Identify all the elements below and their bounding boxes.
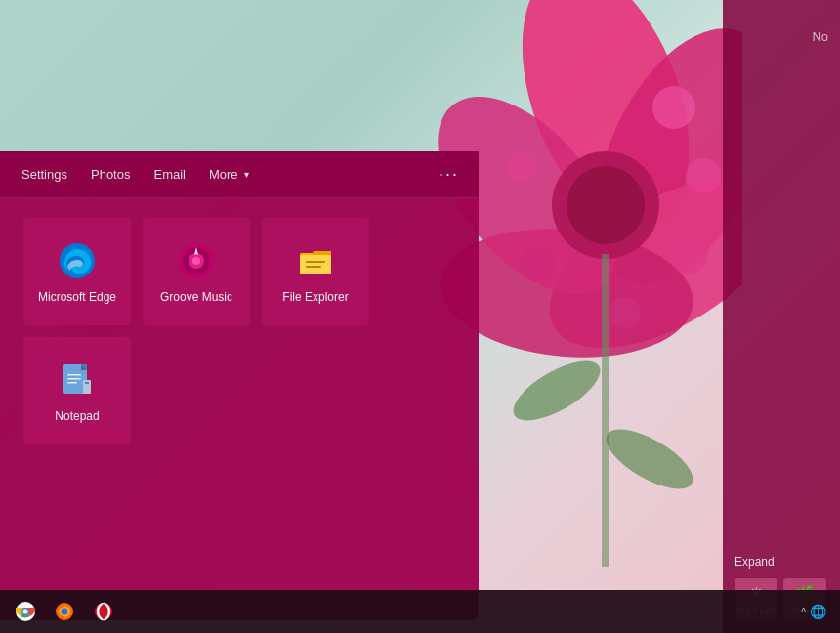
desktop-background: Settings Photos Email More ▾ ··· M — [0, 0, 840, 633]
start-panel: Settings Photos Email More ▾ ··· M — [0, 151, 479, 620]
no-notification-text: No — [812, 29, 828, 44]
svg-rect-24 — [306, 266, 321, 268]
nav-more-dots[interactable]: ··· — [431, 160, 467, 189]
svg-point-42 — [101, 604, 106, 619]
svg-point-36 — [23, 610, 28, 614]
svg-rect-33 — [85, 382, 89, 384]
start-nav: Settings Photos Email More ▾ ··· — [0, 151, 479, 198]
svg-point-7 — [652, 86, 695, 129]
svg-point-6 — [567, 166, 645, 244]
notification-area-top: No — [723, 0, 840, 543]
taskbar: ^ 🌐 — [0, 590, 840, 633]
groove-music-icon — [175, 239, 218, 282]
app-label-groove: Groove Music — [160, 290, 232, 304]
nav-item-email[interactable]: Email — [144, 161, 195, 188]
svg-point-11 — [520, 246, 555, 281]
svg-rect-23 — [306, 261, 325, 263]
taskbar-opera[interactable] — [86, 594, 121, 629]
svg-rect-30 — [67, 378, 81, 380]
edge-icon — [56, 239, 99, 282]
tray-chevron[interactable]: ^ — [801, 607, 806, 617]
system-tray: ^ 🌐 — [795, 604, 832, 619]
svg-point-39 — [62, 609, 68, 615]
app-tile-notepad[interactable]: Notepad — [23, 337, 131, 444]
svg-point-10 — [609, 297, 641, 328]
apps-grid: Microsoft Edge Groove Music — [0, 198, 479, 464]
notepad-icon — [56, 359, 99, 401]
nav-item-more[interactable]: More ▾ — [199, 161, 259, 188]
nav-item-photos[interactable]: Photos — [81, 161, 140, 188]
svg-rect-31 — [67, 382, 77, 384]
taskbar-firefox[interactable] — [47, 594, 82, 629]
app-label-notepad: Notepad — [55, 409, 99, 423]
nav-item-settings[interactable]: Settings — [12, 161, 77, 188]
right-panel: No Expand ☀ Night light 🌿 Screen — [723, 0, 840, 633]
svg-rect-22 — [300, 255, 331, 274]
svg-point-15 — [598, 418, 702, 501]
svg-point-9 — [669, 234, 708, 274]
tray-network-icon: 🌐 — [810, 604, 826, 619]
svg-point-14 — [505, 350, 609, 433]
app-tile-microsoft-edge[interactable]: Microsoft Edge — [23, 218, 131, 325]
svg-point-20 — [192, 257, 200, 265]
app-tile-file-explorer[interactable]: File Explorer — [262, 218, 369, 325]
file-explorer-icon — [294, 239, 337, 282]
app-label-edge: Microsoft Edge — [38, 290, 116, 304]
tray-icons: ^ 🌐 — [795, 604, 832, 619]
svg-point-8 — [686, 158, 721, 193]
expand-label: Expand — [735, 555, 828, 569]
svg-point-12 — [507, 150, 538, 182]
taskbar-chrome[interactable] — [8, 594, 43, 629]
app-tile-groove-music[interactable]: Groove Music — [143, 218, 250, 325]
app-label-explorer: File Explorer — [282, 290, 348, 304]
svg-rect-29 — [67, 374, 81, 376]
